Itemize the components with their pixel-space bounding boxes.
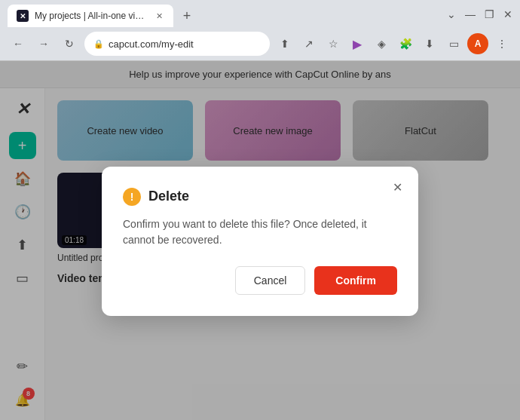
tab-favicon: ✕ xyxy=(17,10,29,22)
split-view-icon[interactable]: ▭ xyxy=(443,33,464,54)
modal-header: ! Delete xyxy=(123,188,397,206)
browser-chrome: ✕ My projects | All-in-one video ed... ✕… xyxy=(0,0,520,61)
play-icon[interactable]: ▶ xyxy=(347,33,368,54)
modal-actions: Cancel Confirm xyxy=(123,266,397,295)
warning-icon: ! xyxy=(123,188,141,206)
cancel-button[interactable]: Cancel xyxy=(235,266,306,295)
back-button[interactable]: ← xyxy=(8,33,29,54)
close-button[interactable]: ✕ xyxy=(503,8,512,20)
new-tab-button[interactable]: + xyxy=(176,5,197,26)
reload-button[interactable]: ↻ xyxy=(59,33,80,54)
app-area: Help us improve your experience with Cap… xyxy=(0,61,520,420)
chevron-down-icon[interactable]: ⌄ xyxy=(447,8,456,20)
forward-button[interactable]: → xyxy=(33,33,54,54)
maximize-button[interactable]: ❐ xyxy=(485,8,494,20)
modal-overlay[interactable]: ! Delete ✕ Confirm you want to delete th… xyxy=(0,61,520,420)
modal-title: Delete xyxy=(148,189,189,204)
more-menu-icon[interactable]: ⋮ xyxy=(491,33,512,54)
download-icon[interactable]: ⬇ xyxy=(419,33,440,54)
nav-actions: ⬆ ↗ ☆ ▶ ◈ 🧩 ⬇ ▭ A ⋮ xyxy=(274,33,512,54)
browser-tab[interactable]: ✕ My projects | All-in-one video ed... ✕ xyxy=(8,5,173,27)
nav-bar: ← → ↻ 🔒 capcut.com/my-edit ⬆ ↗ ☆ ▶ ◈ 🧩 ⬇… xyxy=(0,27,520,60)
close-icon: ✕ xyxy=(393,180,402,195)
confirm-button[interactable]: Confirm xyxy=(314,266,397,295)
modal-close-button[interactable]: ✕ xyxy=(388,179,406,197)
diamond-icon[interactable]: ◈ xyxy=(371,33,392,54)
extensions-icon[interactable]: 🧩 xyxy=(395,33,416,54)
upload-icon[interactable]: ⬆ xyxy=(274,33,295,54)
lock-icon: 🔒 xyxy=(93,39,104,49)
favicon-icon: ✕ xyxy=(20,12,26,20)
tab-close-button[interactable]: ✕ xyxy=(154,10,164,22)
minimize-button[interactable]: — xyxy=(465,8,476,20)
tab-title: My projects | All-in-one video ed... xyxy=(35,11,148,21)
window-controls: ⌄ — ❐ ✕ xyxy=(447,8,512,23)
profile-avatar[interactable]: A xyxy=(467,33,488,54)
title-bar: ✕ My projects | All-in-one video ed... ✕… xyxy=(0,0,520,27)
star-icon[interactable]: ☆ xyxy=(323,33,344,54)
share-icon[interactable]: ↗ xyxy=(298,33,320,54)
warning-symbol: ! xyxy=(130,191,134,203)
delete-dialog: ! Delete ✕ Confirm you want to delete th… xyxy=(102,167,418,316)
modal-message: Confirm you want to delete this file? On… xyxy=(123,216,397,248)
address-bar[interactable]: 🔒 capcut.com/my-edit xyxy=(84,32,270,56)
address-text: capcut.com/my-edit xyxy=(109,38,194,50)
